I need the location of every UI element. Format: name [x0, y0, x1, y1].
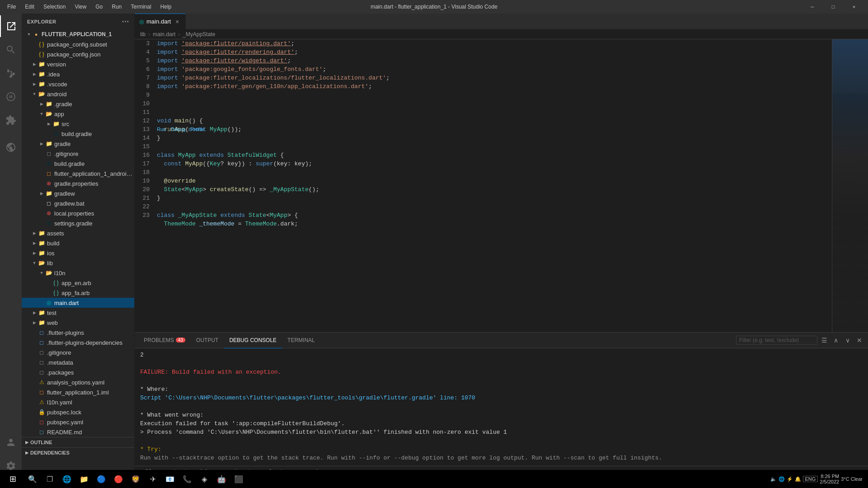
breadcrumb-lib[interactable]: lib [140, 31, 146, 38]
file-manager-icon[interactable]: 📁 [76, 471, 92, 487]
panel-close-button[interactable]: ✕ [854, 335, 864, 345]
explorer-activity-icon[interactable] [0, 15, 22, 37]
dependencies-section-header[interactable]: ▶ DEPENDENCIES [22, 448, 134, 458]
list-item[interactable]: ▶ ◻ gradlew.bat [22, 198, 134, 208]
debug-link[interactable]: Debug [171, 125, 185, 134]
list-item[interactable]: ▶ ◻ .flutter-plugins-dependencies [22, 338, 134, 347]
menu-edit[interactable]: Edit [21, 3, 38, 11]
list-item[interactable]: ▶ ◻ README.md [22, 427, 134, 437]
list-item[interactable]: ▼ 📂 android [22, 89, 134, 99]
menu-go[interactable]: Go [92, 3, 106, 11]
run-debug-activity-icon[interactable] [0, 86, 22, 108]
problems-tab[interactable]: PROBLEMS 43 [138, 333, 191, 348]
list-item[interactable]: ▼ 📂 l10n [22, 268, 134, 278]
list-item[interactable]: ▶ 📁 ios [22, 248, 134, 258]
menu-file[interactable]: File [4, 3, 19, 11]
chrome-icon[interactable]: 🔵 [93, 471, 109, 487]
menu-terminal[interactable]: Terminal [127, 3, 155, 11]
clock[interactable]: 8:26 PM 2/5/2022 [820, 474, 839, 484]
source-control-activity-icon[interactable] [0, 62, 22, 84]
root-folder-item[interactable]: ▼ ● FLUTTER_APPLICATION_1 [22, 29, 134, 39]
list-item[interactable]: ▶ { } app_en.arb [22, 278, 134, 288]
code-content[interactable]: import 'package:flutter/painting.dart'; … [155, 39, 832, 332]
list-item[interactable]: ▶ ◻ .gitignore [22, 347, 134, 357]
telegram-icon[interactable]: ✈ [145, 471, 161, 487]
list-item[interactable]: ▶ ⚙ build.gradle [22, 129, 134, 139]
menu-run[interactable]: Run [108, 3, 125, 11]
output-tab[interactable]: OUTPUT [191, 333, 224, 348]
list-item[interactable]: ▶ 📁 build [22, 238, 134, 248]
minimize-button[interactable]: ─ [802, 0, 823, 14]
list-item[interactable]: ▶ 📁 gradle [22, 139, 134, 149]
extensions-activity-icon[interactable] [0, 109, 22, 131]
remote-explorer-activity-icon[interactable] [0, 136, 22, 158]
list-item[interactable]: ▶ 📁 assets [22, 228, 134, 238]
list-item[interactable]: ▶ ◻ .flutter-plugins [22, 328, 134, 338]
search-taskbar-icon[interactable]: 🔍 [24, 471, 41, 487]
menu-view[interactable]: View [71, 3, 90, 11]
list-item[interactable]: ▶ ⊗ local.properties [22, 208, 134, 218]
language-indicator[interactable]: ENG [803, 476, 818, 482]
panel-filter-input[interactable] [736, 336, 817, 345]
list-item[interactable]: ▶ ⚙ settings.gradle [22, 218, 134, 228]
list-item[interactable]: ▶ 📁 version [22, 59, 134, 69]
tab-close-button[interactable]: × [174, 18, 181, 25]
android-studio-icon[interactable]: 🤖 [213, 471, 230, 487]
list-item[interactable]: ▶ ⚙ build.gradle [22, 159, 134, 169]
close-button[interactable]: × [844, 0, 864, 14]
list-item[interactable]: ▶ 📁 .vscode [22, 79, 134, 89]
list-item[interactable]: ▶ 📁 src [22, 119, 134, 129]
list-item[interactable]: ▶ ⚠ analysis_options.yaml [22, 377, 134, 387]
list-item[interactable]: ▶ { } package_config.subset [22, 39, 134, 49]
list-item[interactable]: ▶ ◻ .metadata [22, 357, 134, 367]
debug-console-tab[interactable]: DEBUG CONSOLE [224, 333, 282, 348]
tray-icon3[interactable]: ⚡ [787, 476, 793, 482]
list-item[interactable]: ▶ 📁 test [22, 308, 134, 318]
list-item[interactable]: ▶ ◎ main.dart [22, 298, 134, 308]
mail-icon[interactable]: 📧 [162, 471, 178, 487]
list-item[interactable]: ▶ ⊗ gradle.properties [22, 178, 134, 188]
account-activity-icon[interactable] [0, 432, 22, 453]
outline-section-header[interactable]: ▶ OUTLINE [22, 437, 134, 447]
breadcrumb-myappstate[interactable]: _MyAppState [183, 31, 215, 38]
panel-maximize-button[interactable]: ∨ [843, 335, 853, 345]
breadcrumb-maindart[interactable]: main.dart [153, 31, 175, 38]
sidebar-more-button[interactable]: ⋯ [122, 17, 129, 26]
notification-tray[interactable]: 🔔 [795, 476, 801, 482]
list-item[interactable]: ▶ ◻ flutter_application_1_android.iml [22, 169, 134, 178]
vscode-taskbar-icon[interactable]: ◈ [196, 471, 212, 487]
run-link[interactable]: Run [157, 125, 166, 134]
panel-collapse-button[interactable]: ∧ [831, 335, 841, 345]
list-item[interactable]: ▶ { } package_config.json [22, 49, 134, 59]
list-item[interactable]: ▶ { } app_fa.arb [22, 288, 134, 298]
menu-selection[interactable]: Selection [40, 3, 69, 11]
list-item[interactable]: ▶ 📁 .gradle [22, 99, 134, 109]
list-item[interactable]: ▶ ⚠ l10n.yaml [22, 397, 134, 407]
brave-icon[interactable]: 🦁 [127, 471, 144, 487]
list-item[interactable]: ▼ 📂 app [22, 109, 134, 119]
list-item[interactable]: ▶ ◻ .packages [22, 367, 134, 377]
start-button[interactable]: ⊞ [2, 471, 24, 487]
list-item[interactable]: ▶ ◻ pubspec.yaml [22, 417, 134, 427]
phone-icon[interactable]: 📞 [179, 471, 195, 487]
list-item[interactable]: ▶ 🔒 pubspec.lock [22, 407, 134, 417]
maximize-button[interactable]: □ [823, 0, 844, 14]
menu-help[interactable]: Help [157, 3, 175, 11]
code-editor[interactable]: 3 4 5 6 7 8 9 10 11 12 13 14 15 16 17 18 [135, 39, 832, 332]
list-item[interactable]: ▶ 📁 web [22, 318, 134, 328]
palemoon-icon[interactable]: 🔴 [110, 471, 127, 487]
search-activity-icon[interactable] [0, 39, 22, 61]
tray-icon2[interactable]: 🌐 [778, 476, 785, 482]
edge-icon[interactable]: 🌐 [59, 471, 75, 487]
profile-link[interactable]: Profile [190, 125, 204, 134]
sidebar-content[interactable]: ▼ ● FLUTTER_APPLICATION_1 ▶ { } package_… [22, 29, 134, 477]
terminal-tab[interactable]: TERMINAL [282, 333, 321, 348]
list-item[interactable]: ▶ ◻ .gitignore [22, 149, 134, 159]
main-dart-tab[interactable]: ◎ main.dart × [135, 14, 186, 29]
panel-list-view-button[interactable]: ☰ [819, 335, 829, 345]
terminal-taskbar-icon[interactable]: ⬛ [231, 471, 247, 487]
tray-icon1[interactable]: 🔈 [770, 476, 777, 482]
list-item[interactable]: ▶ 📁 gradlew [22, 188, 134, 198]
task-view-icon[interactable]: ❐ [42, 471, 58, 487]
list-item[interactable]: ▶ 📁 .idea [22, 69, 134, 79]
